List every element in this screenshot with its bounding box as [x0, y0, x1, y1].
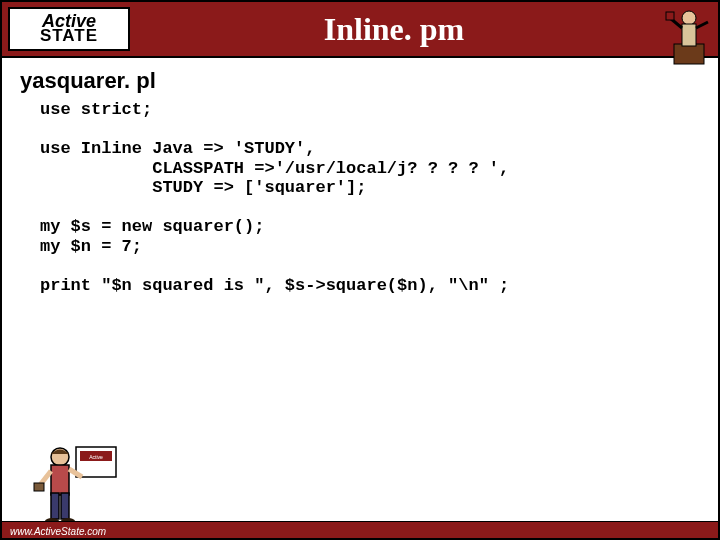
svg-point-1	[682, 11, 696, 25]
svg-rect-2	[682, 24, 696, 46]
footer-url: www.ActiveState.com	[10, 526, 106, 537]
slide-header: Active STATE Inline. pm	[2, 2, 718, 58]
svg-rect-5	[666, 12, 674, 20]
svg-line-4	[696, 22, 708, 28]
activestate-logo: Active STATE	[8, 7, 130, 51]
logo-text-bottom: STATE	[40, 29, 98, 43]
slide-subtitle: yasquarer. pl	[20, 68, 718, 94]
svg-rect-10	[51, 465, 69, 495]
svg-text:Active: Active	[89, 454, 103, 460]
code-block: use strict; use Inline Java => 'STUDY', …	[40, 100, 718, 295]
svg-rect-13	[51, 493, 59, 519]
slide-title: Inline. pm	[130, 11, 718, 48]
worker-figure-large: Active	[32, 439, 122, 524]
worker-icon	[664, 4, 714, 66]
svg-rect-0	[674, 44, 704, 64]
svg-rect-14	[61, 493, 69, 519]
slide-container: Active STATE Inline. pm yasquarer. pl us…	[0, 0, 720, 540]
svg-rect-17	[34, 483, 44, 491]
slide-footer: www.ActiveState.com	[2, 521, 718, 538]
